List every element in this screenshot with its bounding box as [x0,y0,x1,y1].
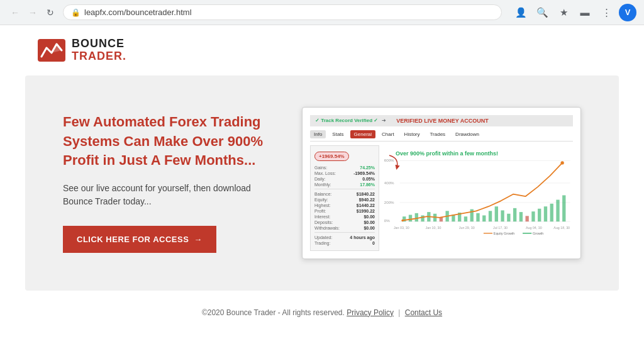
logo-icon [38,39,65,62]
svg-rect-29 [507,213,510,221]
hero-left: Few Automated Forex Trading Systems Can … [63,113,264,253]
chart-area: Over 900% profit within a few months! 60… [383,145,573,251]
cta-button[interactable]: CLICK HERE FOR ACCESS → [63,226,216,253]
tab-trades[interactable]: Trades [426,130,450,138]
svg-text:Jul 17, 30: Jul 17, 30 [493,225,508,229]
footer: ©2020 Bounce Trader - All rights reserve… [0,291,644,335]
contact-us-link[interactable]: Contact Us [405,308,442,317]
footer-separator: | [398,308,400,317]
svg-rect-34 [538,208,541,221]
tab-drawdown[interactable]: Drawdown [452,130,483,138]
svg-rect-31 [519,212,523,221]
nav-buttons: ← → ↻ [8,5,58,20]
svg-rect-13 [409,214,412,221]
tab-history[interactable]: History [401,130,424,138]
browser-chrome: ← → ↻ 🔒 leapfx.com/bouncetrader.html 👤 🔍… [0,0,644,25]
cta-label: CLICK HERE FOR ACCESS [77,235,189,244]
track-record-badge: ✓ Track Record Verified ✓ [315,118,378,123]
lock-icon: 🔒 [71,8,80,17]
svg-rect-22 [464,216,467,221]
forward-button[interactable]: → [25,5,40,20]
logo-text: BOUNCE TRADER. [72,38,126,63]
logo: BOUNCE TRADER. [38,38,126,63]
svg-rect-26 [489,211,492,221]
search-icon[interactable]: 🔍 [533,4,551,21]
dashboard-screenshot: ✓ Track Record Verified ✓ ➔ VERIFIED LIV… [302,107,581,259]
dash-content: +1969.54% Gains: 74.25% Max. Loss: -1969… [310,145,573,251]
copyright-text: ©2020 Bounce Trader - All rights reserve… [202,308,345,317]
url-text: leapfx.com/bouncetrader.html [84,8,192,17]
tab-info[interactable]: Info [310,130,326,138]
logo-bounce: BOUNCE [72,38,126,50]
svg-rect-25 [482,215,486,221]
svg-rect-32 [526,216,529,221]
svg-rect-14 [415,213,418,221]
svg-rect-15 [421,215,424,221]
menu-icon[interactable]: ⋮ [597,4,615,21]
hero-headline: Few Automated Forex Trading Systems Can … [63,113,264,170]
svg-rect-24 [476,213,479,221]
account-icon[interactable]: 👤 [512,4,530,21]
logo-trader: TRADER. [72,50,126,63]
svg-text:Aug 18, 30: Aug 18, 30 [553,225,570,229]
svg-text:0%: 0% [384,218,390,223]
back-button[interactable]: ← [8,5,23,20]
svg-rect-30 [513,208,516,221]
svg-rect-35 [544,206,547,221]
svg-text:Equity Growth: Equity Growth [494,231,514,235]
svg-text:Jan 10, 30: Jan 10, 30 [426,225,441,229]
tab-general[interactable]: General [350,130,375,138]
verified-account-label: VERIFIED LIVE MONEY ACCOUNT [396,118,489,124]
page: BOUNCE TRADER. Few Automated Forex Tradi… [0,25,644,335]
stats-panel: +1969.54% Gains: 74.25% Max. Loss: -1969… [310,145,379,251]
svg-text:Jun 29, 30: Jun 29, 30 [459,225,475,229]
svg-rect-28 [501,210,504,221]
reload-button[interactable]: ↻ [43,5,58,20]
address-bar[interactable]: 🔒 leapfx.com/bouncetrader.html [63,4,502,20]
hero-subtext: See our live account for yourself, then … [63,182,264,208]
svg-text:200%: 200% [384,199,394,204]
browser-actions: 👤 🔍 ★ ▬ ⋮ V [512,4,636,21]
stat-gains: Gains: 74.25% [314,165,375,170]
profile-button[interactable]: V [619,4,636,21]
extensions-icon[interactable]: ▬ [576,4,594,21]
tab-chart[interactable]: Chart [378,130,398,138]
cta-arrow: → [194,235,203,244]
svg-rect-37 [556,199,559,221]
svg-point-39 [401,219,404,221]
svg-rect-36 [550,203,553,221]
tab-stats[interactable]: Stats [328,130,347,138]
profit-badge: +1969.54% [314,152,349,161]
growth-chart: 600% 400% 200% 0% [383,145,573,240]
svg-rect-33 [531,211,535,221]
svg-rect-38 [562,195,565,221]
chart-annotation: Over 900% profit within a few months! [396,150,498,157]
svg-rect-27 [495,206,498,221]
privacy-policy-link[interactable]: Privacy Policy [347,308,394,317]
annotation-arrow [388,154,401,173]
svg-text:400%: 400% [384,180,394,184]
header: BOUNCE TRADER. [0,25,644,75]
bookmark-icon[interactable]: ★ [555,4,572,21]
svg-text:Jan 03, 30: Jan 03, 30 [394,225,409,229]
svg-text:Aug 04, 30: Aug 04, 30 [526,225,542,229]
svg-text:Growth: Growth [533,231,543,235]
hero-section: Few Automated Forex Trading Systems Can … [25,75,619,291]
dash-verified-bar: ✓ Track Record Verified ✓ ➔ VERIFIED LIV… [310,115,573,126]
svg-point-40 [560,161,564,164]
